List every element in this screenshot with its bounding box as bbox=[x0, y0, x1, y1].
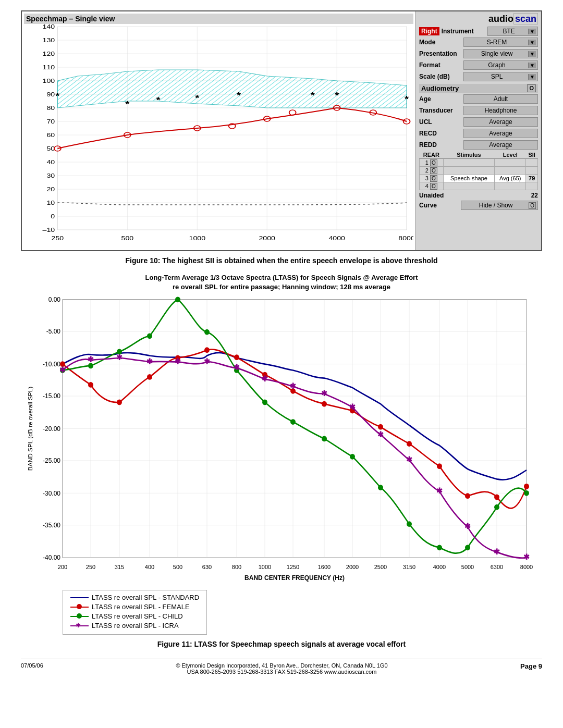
right-label: Right bbox=[419, 27, 439, 35]
svg-text:70: 70 bbox=[46, 118, 55, 125]
svg-text:-25.00: -25.00 bbox=[43, 457, 60, 465]
scale-dropdown[interactable]: ▼ bbox=[528, 74, 536, 80]
transducer-value[interactable]: Headphone bbox=[463, 106, 538, 115]
ltass-title: Long-Term Average 1/3 Octave Spectra (LT… bbox=[21, 273, 542, 292]
svg-text:*: * bbox=[195, 93, 200, 103]
ltass-container: 0.00 -5.00 -10.00 -15.00 -20.00 -25.00 -… bbox=[21, 294, 542, 588]
svg-text:40: 40 bbox=[46, 159, 55, 165]
svg-text:400: 400 bbox=[145, 564, 154, 570]
svg-text:4000: 4000 bbox=[328, 235, 345, 241]
svg-text:*: * bbox=[405, 94, 409, 104]
svg-point-120 bbox=[234, 355, 239, 361]
audiometry-btn[interactable]: O bbox=[527, 84, 536, 92]
row2-btn[interactable]: O bbox=[430, 167, 437, 174]
svg-point-144 bbox=[437, 545, 442, 551]
transducer-row: Transducer Headphone bbox=[419, 105, 538, 116]
svg-text:0.00: 0.00 bbox=[48, 296, 60, 304]
svg-text:2000: 2000 bbox=[346, 564, 359, 570]
instrument-value[interactable]: BTE ▼ bbox=[487, 27, 538, 36]
mode-value[interactable]: S-REM ▼ bbox=[463, 38, 538, 47]
right-panel: audioscan Right Instrument BTE ▼ Mode S-… bbox=[416, 11, 541, 250]
chart-inner: 140 130 120 110 100 90 80 70 60 50 40 30… bbox=[24, 24, 413, 248]
svg-text:800: 800 bbox=[232, 564, 241, 570]
svg-text:630: 630 bbox=[202, 564, 212, 570]
svg-text:-10.00: -10.00 bbox=[43, 361, 60, 368]
legend-box: LTASS re overall SPL - STANDARD LTASS re… bbox=[63, 590, 207, 635]
svg-text:3150: 3150 bbox=[403, 564, 415, 570]
svg-text:90: 90 bbox=[46, 91, 55, 97]
legend-child: LTASS re overall SPL - CHILD bbox=[70, 612, 199, 620]
svg-text:-15.00: -15.00 bbox=[43, 392, 60, 400]
svg-text:2000: 2000 bbox=[259, 235, 275, 241]
svg-text:500: 500 bbox=[173, 564, 182, 570]
svg-text:✱: ✱ bbox=[175, 357, 181, 366]
svg-text:✱: ✱ bbox=[349, 403, 356, 412]
row1-btn[interactable]: O bbox=[430, 159, 437, 166]
y-axis-label: BAND SPL (dB re overall SPL) bbox=[27, 387, 33, 471]
svg-text:✱: ✱ bbox=[88, 355, 94, 364]
svg-text:8000: 8000 bbox=[398, 235, 413, 241]
format-row: Format Graph ▼ bbox=[419, 60, 538, 70]
table-row: 2 O bbox=[420, 167, 538, 175]
svg-point-123 bbox=[322, 401, 327, 407]
instrument-dropdown[interactable]: ▼ bbox=[528, 29, 536, 34]
svg-text:50: 50 bbox=[46, 145, 55, 152]
audioscan-logo: audioscan bbox=[419, 14, 538, 24]
svg-text:250: 250 bbox=[86, 564, 95, 570]
table-row: 1 O bbox=[420, 159, 538, 167]
svg-text:1000: 1000 bbox=[259, 564, 271, 570]
ltass-svg: 0.00 -5.00 -10.00 -15.00 -20.00 -25.00 -… bbox=[21, 294, 542, 586]
svg-text:*: * bbox=[237, 91, 241, 100]
svg-text:1000: 1000 bbox=[189, 235, 206, 241]
svg-text:30: 30 bbox=[46, 172, 55, 179]
svg-point-141 bbox=[350, 454, 355, 460]
svg-point-129 bbox=[494, 495, 499, 500]
svg-text:–10: –10 bbox=[43, 227, 55, 233]
hide-show-button[interactable]: Hide / Show O bbox=[461, 201, 538, 210]
svg-point-136 bbox=[204, 329, 210, 335]
svg-text:-5.00: -5.00 bbox=[46, 328, 60, 336]
scale-row: Scale (dB) SPL ▼ bbox=[419, 71, 538, 82]
svg-text:200: 200 bbox=[58, 564, 67, 570]
presentation-dropdown[interactable]: ▼ bbox=[528, 51, 536, 57]
speechmap-svg: 140 130 120 110 100 90 80 70 60 50 40 30… bbox=[24, 24, 413, 248]
svg-text:8000: 8000 bbox=[520, 564, 533, 570]
row4-btn[interactable]: O bbox=[430, 183, 437, 190]
svg-text:✱: ✱ bbox=[290, 382, 297, 391]
svg-point-125 bbox=[378, 424, 383, 430]
figure10-caption: Figure 10: The highest SII is obtained w… bbox=[21, 256, 542, 265]
svg-text:0: 0 bbox=[51, 213, 55, 219]
svg-text:80: 80 bbox=[46, 105, 55, 111]
svg-text:1600: 1600 bbox=[318, 564, 331, 570]
svg-text:*: * bbox=[156, 95, 161, 105]
svg-text:60: 60 bbox=[46, 132, 55, 138]
svg-text:2500: 2500 bbox=[374, 564, 387, 570]
svg-text:✱: ✱ bbox=[59, 366, 66, 375]
table-row: 4 O bbox=[420, 182, 538, 190]
svg-point-146 bbox=[494, 504, 499, 510]
svg-text:1250: 1250 bbox=[287, 564, 299, 570]
presentation-value[interactable]: Single view ▼ bbox=[463, 49, 538, 58]
scale-value[interactable]: SPL ▼ bbox=[463, 72, 538, 81]
redd-row: REDD Average bbox=[419, 140, 538, 150]
audiometry-section: Audiometry O bbox=[419, 84, 538, 93]
svg-point-128 bbox=[465, 493, 470, 499]
footer-page: Page 9 bbox=[520, 662, 542, 675]
format-dropdown[interactable]: ▼ bbox=[528, 63, 536, 68]
speechmap-panel: Speechmap – Single view bbox=[21, 10, 542, 251]
svg-point-138 bbox=[262, 400, 267, 405]
svg-text:120: 120 bbox=[43, 51, 55, 57]
mode-dropdown[interactable]: ▼ bbox=[528, 40, 536, 45]
format-value[interactable]: Graph ▼ bbox=[463, 60, 538, 70]
svg-text:✱: ✱ bbox=[204, 357, 211, 366]
svg-text:✱: ✱ bbox=[234, 363, 240, 372]
redd-value: Average bbox=[463, 140, 538, 150]
instrument-row: Right Instrument BTE ▼ bbox=[419, 27, 538, 36]
row3-btn[interactable]: O bbox=[430, 175, 437, 182]
svg-point-147 bbox=[524, 490, 529, 496]
svg-text:✱: ✱ bbox=[523, 553, 530, 562]
svg-text:✱: ✱ bbox=[321, 389, 328, 398]
x-axis-label: BAND CENTER FREQUENCY (Hz) bbox=[244, 574, 345, 582]
svg-point-116 bbox=[117, 400, 122, 405]
curve-dropdown[interactable]: O bbox=[529, 202, 536, 209]
